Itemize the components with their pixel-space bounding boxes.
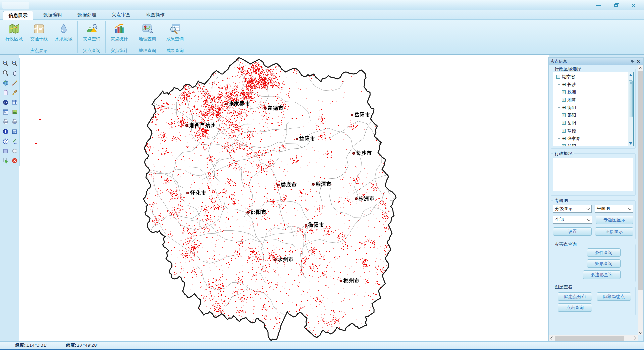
disaster-stats-button[interactable]: 灾点统计 [107,20,132,48]
measure-tool[interactable] [10,79,19,87]
tree-node-city[interactable]: +常德 [562,127,628,135]
scroll-left-icon[interactable] [549,335,554,341]
thematic-show-button[interactable]: 专题图显示 [596,216,633,224]
sketch-tool[interactable] [10,137,19,145]
tab-map-operate[interactable]: 地图操作 [141,11,170,19]
expand-icon[interactable]: + [562,98,566,102]
panel-close-button[interactable]: × [635,58,641,64]
combo-value: 全部 [555,217,564,222]
eagle-eye-tool[interactable] [1,98,10,106]
pin-icon [631,59,634,64]
map-canvas[interactable] [19,55,549,341]
panel-horizontal-scrollbar[interactable] [549,335,638,341]
admin-region-button[interactable]: 行政区域 [2,20,26,48]
tab-point-review[interactable]: 灾点审查 [106,11,136,19]
folded-map-icon [8,22,20,36]
all-types-select[interactable]: 全部 [553,216,592,224]
minimize-button[interactable] [594,2,603,9]
tree-node-city[interactable]: +岳阳 [562,119,628,127]
pan-tool[interactable] [10,69,19,77]
brush-tool[interactable] [10,89,19,96]
ribbon-group-label: 灾点展示 [2,48,76,54]
tree-node-city[interactable]: +长沙 [562,81,628,88]
shape-tool[interactable] [1,89,10,96]
tree-node-city[interactable]: +邵阳 [562,111,628,119]
tab-data-edit[interactable]: 数据编辑 [38,11,67,19]
overview-textarea[interactable] [553,158,633,191]
frame-tool[interactable] [1,147,10,155]
polygon-query-button[interactable]: 多边形查询 [583,270,621,279]
scroll-up-icon[interactable] [628,72,633,78]
layer-view-group: 图层查看 隐患点分布 隐藏隐患点 点击查询 [551,287,636,315]
geo-query-button[interactable]: 地理查询 [135,20,160,48]
expand-icon[interactable]: + [562,83,566,86]
tree-node-province[interactable]: - 湖南省 [556,73,628,81]
plane-map-select[interactable]: 平面图 [595,205,634,213]
select-arrow-icon [2,157,9,164]
zoom-in-tool[interactable] [1,59,10,67]
hide-hazard-button[interactable]: 隐藏隐患点 [597,292,631,301]
scroll-thumb[interactable] [555,336,624,341]
quick-access-toolbar[interactable] [2,2,29,9]
condition-query-button[interactable]: 条件查询 [587,248,621,257]
hazard-distribution-button[interactable]: 隐患点分布 [558,292,592,301]
disaster-query-button[interactable]: 灾点查询 [79,20,104,48]
scroll-up-icon[interactable] [638,65,643,71]
expand-icon[interactable]: + [562,90,566,94]
scroll-down-icon[interactable] [628,141,633,146]
ellipse-tool[interactable] [10,147,19,155]
expand-icon[interactable]: + [562,121,566,125]
expand-icon[interactable]: + [562,106,566,109]
select-tool[interactable] [1,157,10,164]
ribbon-group-display: 行政区域 交通干线 水系流域 灾点展示 [0,20,77,54]
tree-node-label: 邵阳 [567,112,576,118]
tree-node-city[interactable]: +衡阳 [562,104,628,111]
info-tool[interactable] [1,128,10,135]
zoom-out-tool[interactable] [10,59,19,67]
click-query-button[interactable]: 点击查询 [558,303,592,312]
panel-tool[interactable] [10,128,19,135]
tree-node-city[interactable]: +张家界 [562,135,628,142]
tree-node-city[interactable]: +湘潭 [562,96,628,104]
expand-icon[interactable]: + [562,113,566,117]
tree-node-city[interactable]: +益阳 [562,142,628,146]
water-drop-icon [58,22,70,36]
zoom-extent-tool[interactable]: ± [1,69,10,77]
pin-button[interactable] [629,58,635,64]
restore-display-button[interactable]: 还原显示 [595,227,634,236]
settings-button[interactable]: 设置 [553,227,592,236]
tree-scrollbar[interactable] [628,72,633,146]
chevron-down-icon [587,218,590,221]
globe-tool[interactable] [1,79,10,87]
panel-vertical-scrollbar[interactable] [638,65,643,335]
close-tool[interactable] [10,157,19,164]
tree-node-label: 衡阳 [567,105,576,111]
tab-info-display[interactable]: 信息展示 [3,11,33,20]
expand-icon[interactable]: + [562,129,566,133]
expand-icon[interactable]: + [562,144,566,146]
group-label: 行政概况 [553,151,574,157]
result-query-button[interactable]: 成果查询 [163,20,187,48]
map-pin-search-icon [141,22,153,36]
scroll-right-icon[interactable] [632,335,638,341]
print-tool[interactable] [1,118,10,126]
tree-node-city[interactable]: +株洲 [562,88,628,96]
water-system-button[interactable]: 水系流域 [51,20,76,48]
scroll-thumb[interactable] [638,71,643,290]
traffic-lines-button[interactable]: 交通干线 [26,20,51,48]
image-view-tool[interactable] [10,108,19,116]
legend-tool[interactable] [1,108,10,116]
collapse-icon[interactable]: - [556,75,560,79]
expand-icon[interactable]: + [562,137,566,140]
close-button[interactable]: × [629,2,638,9]
print-preview-tool[interactable] [10,118,19,126]
scroll-thumb[interactable] [629,80,633,117]
restore-button[interactable] [611,2,620,9]
scroll-down-icon[interactable] [638,330,643,335]
rectangle-query-button[interactable]: 矩形查询 [587,259,621,268]
tab-data-process[interactable]: 数据处理 [72,11,102,19]
grade-display-select[interactable]: 分级显示 [553,205,592,213]
help-tool[interactable] [1,137,10,145]
zoom-out-icon [11,60,18,67]
attribute-table-tool[interactable] [10,98,19,106]
